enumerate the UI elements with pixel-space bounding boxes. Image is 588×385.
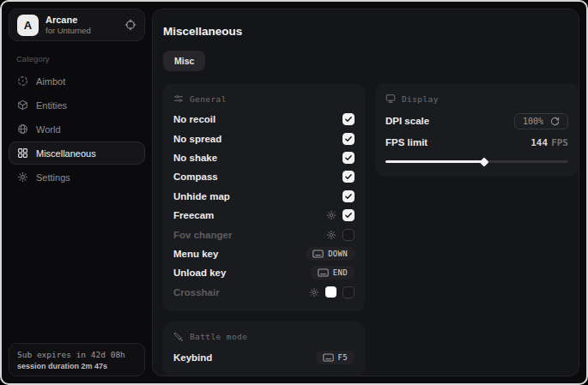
brand-name: Arcane bbox=[45, 15, 91, 26]
dpi-scale-value: 100% bbox=[523, 117, 543, 126]
gear-icon[interactable] bbox=[326, 230, 336, 240]
setting-row-crosshair: Crosshair bbox=[173, 283, 355, 302]
fps-limit-slider[interactable] bbox=[385, 155, 568, 167]
setting-label: No spread bbox=[173, 134, 221, 144]
crosshair-icon bbox=[17, 75, 28, 87]
gear-icon[interactable] bbox=[326, 210, 336, 220]
general-panel: General No recoil No spread bbox=[163, 83, 365, 311]
brand-card: A Arcane for Unturned bbox=[9, 9, 145, 41]
panel-title: Display bbox=[402, 94, 439, 104]
setting-label: Unhide map bbox=[173, 191, 230, 202]
no-recoil-checkbox[interactable] bbox=[342, 113, 355, 125]
battle-keybind-button[interactable]: F5 bbox=[316, 351, 355, 364]
session-duration-text: session duration 2m 47s bbox=[17, 362, 136, 370]
globe-icon bbox=[17, 123, 28, 135]
setting-label: Freecam bbox=[173, 210, 214, 220]
crosshair-checkbox[interactable] bbox=[342, 286, 355, 298]
sidebar-item-label: World bbox=[36, 124, 61, 135]
sidebar-item-label: Settings bbox=[36, 172, 70, 183]
keyboard-icon bbox=[318, 268, 329, 277]
sidebar-item-aimbot[interactable]: Aimbot bbox=[9, 69, 145, 93]
fov-changer-checkbox[interactable] bbox=[342, 229, 355, 241]
sidebar-item-label: Miscellaneous bbox=[36, 148, 96, 159]
sword-icon bbox=[173, 332, 184, 342]
gear-icon bbox=[17, 171, 28, 183]
setting-row-menu-key: Menu key DOWN bbox=[173, 244, 355, 263]
compass-checkbox[interactable] bbox=[342, 171, 355, 183]
setting-label: No recoil bbox=[173, 114, 215, 124]
tab-bar: Misc bbox=[163, 51, 568, 71]
display-panel: Display DPI scale 100% bbox=[375, 83, 579, 177]
sidebar: A Arcane for Unturned Category Aimbot bbox=[2, 2, 152, 383]
keyboard-icon bbox=[323, 353, 334, 362]
tab-misc[interactable]: Misc bbox=[163, 51, 205, 71]
panel-title: General bbox=[190, 94, 227, 104]
battle-mode-panel: Battle mode Keybind F5 bbox=[163, 322, 365, 376]
menu-key-keybind-button[interactable]: DOWN bbox=[306, 247, 355, 261]
app-logo: A bbox=[17, 15, 39, 36]
setting-row-fov-changer: Fov changer bbox=[173, 225, 355, 244]
setting-label: Menu key bbox=[173, 249, 218, 259]
panel-title: Battle mode bbox=[190, 332, 247, 341]
app-window: A Arcane for Unturned Category Aimbot bbox=[0, 0, 588, 385]
fps-limit-unit: FPS bbox=[551, 137, 568, 148]
freecam-checkbox[interactable] bbox=[342, 209, 355, 221]
grid-icon bbox=[17, 147, 28, 159]
refresh-icon[interactable] bbox=[550, 117, 560, 126]
slider-fill bbox=[385, 160, 484, 163]
sidebar-item-label: Aimbot bbox=[36, 76, 65, 87]
sliders-icon bbox=[173, 93, 184, 104]
sidebar-item-entities[interactable]: Entities bbox=[9, 93, 145, 117]
brand-subtitle: for Unturned bbox=[45, 26, 91, 35]
setting-row-fps-limit: FPS limit 144 FPS bbox=[385, 132, 568, 153]
crosshair-color-swatch[interactable] bbox=[325, 286, 336, 298]
setting-label: Fov changer bbox=[173, 230, 232, 240]
setting-row-keybind: Keybind F5 bbox=[173, 348, 355, 367]
sidebar-item-settings[interactable]: Settings bbox=[9, 165, 145, 189]
sidebar-item-label: Entities bbox=[36, 100, 67, 111]
setting-label: DPI scale bbox=[385, 116, 429, 126]
slider-thumb[interactable] bbox=[479, 157, 488, 166]
sidebar-item-world[interactable]: World bbox=[9, 117, 145, 141]
keybind-value: END bbox=[333, 268, 348, 277]
no-shake-checkbox[interactable] bbox=[342, 152, 355, 164]
setting-row-compass: Compass bbox=[173, 167, 355, 186]
gear-icon[interactable] bbox=[309, 287, 319, 298]
fps-limit-value: 144 bbox=[530, 137, 548, 148]
setting-row-unhide-map: Unhide map bbox=[173, 187, 355, 206]
setting-row-unload-key: Unload key END bbox=[173, 263, 355, 282]
cube-icon bbox=[17, 99, 28, 111]
subscription-card: Sub expires in 42d 08h session duration … bbox=[9, 343, 145, 376]
setting-row-no-shake: No shake bbox=[173, 148, 355, 167]
target-icon[interactable] bbox=[124, 19, 136, 31]
unhide-map-checkbox[interactable] bbox=[342, 190, 355, 202]
dpi-scale-control[interactable]: 100% bbox=[514, 113, 568, 129]
page-title: Miscellaneous bbox=[163, 25, 568, 38]
setting-label: Crosshair bbox=[173, 287, 220, 298]
main-content: Miscellaneous Misc General bbox=[152, 9, 579, 376]
sidebar-item-miscellaneous[interactable]: Miscellaneous bbox=[9, 141, 145, 165]
setting-label: No shake bbox=[173, 153, 217, 163]
monitor-icon bbox=[385, 93, 396, 104]
no-spread-checkbox[interactable] bbox=[342, 133, 355, 145]
keybind-value: F5 bbox=[338, 353, 348, 362]
setting-row-dpi-scale: DPI scale 100% bbox=[385, 110, 568, 132]
sub-expiry-text: Sub expires in 42d 08h bbox=[17, 350, 136, 359]
setting-label: FPS limit bbox=[385, 137, 427, 147]
keybind-value: DOWN bbox=[328, 250, 348, 258]
setting-label: Keybind bbox=[173, 352, 212, 363]
setting-row-freecam: Freecam bbox=[173, 206, 355, 225]
setting-row-no-recoil: No recoil bbox=[173, 110, 355, 129]
keyboard-icon bbox=[312, 250, 324, 258]
setting-label: Unload key bbox=[173, 268, 226, 278]
setting-row-no-spread: No spread bbox=[173, 129, 355, 147]
category-label: Category bbox=[16, 54, 137, 63]
setting-label: Compass bbox=[173, 171, 218, 182]
unload-key-keybind-button[interactable]: END bbox=[311, 266, 355, 280]
